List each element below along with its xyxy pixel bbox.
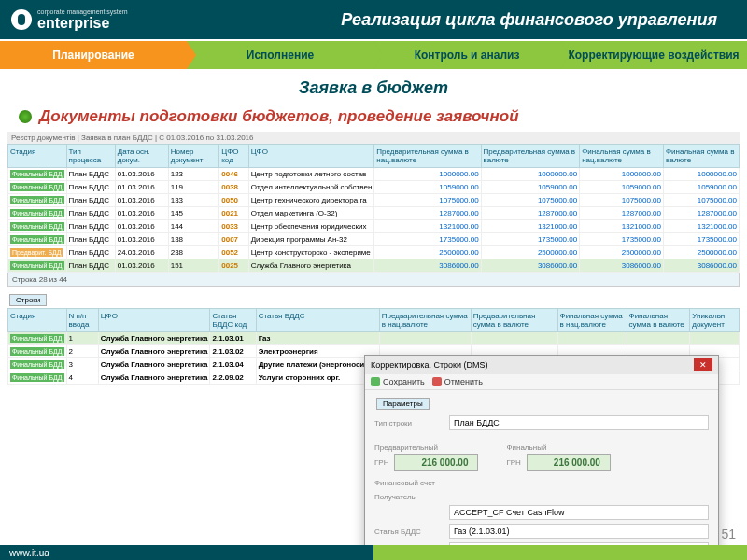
recipient-field[interactable]: ACCEPT_CF Счет CashFlow (449, 505, 709, 520)
col-header[interactable]: Стадия (8, 145, 67, 168)
logo-text: enterprise (37, 15, 128, 32)
col-header[interactable]: Предварительная сумма в валюте (481, 145, 580, 168)
page-title: Реализация цикла финансового управления (128, 10, 737, 30)
phase-tabs: Планирование Исполнение Контроль и анали… (0, 41, 747, 69)
col-header[interactable]: Тип процесса (66, 145, 115, 168)
logo: corporate management system enterprise (11, 8, 128, 32)
col-header[interactable]: Статья БДДС (256, 309, 379, 332)
table-row[interactable]: Финальный БДДПлан БДДС01.03.20161330050Ц… (8, 194, 740, 207)
documents-table[interactable]: СтадияТип процессаДата осн. докум.Номер … (7, 144, 740, 273)
fin-label: Финальный (506, 443, 610, 452)
tab-lines[interactable]: Строки (9, 294, 47, 306)
col-header[interactable]: ЦФО (248, 145, 374, 168)
col-header[interactable]: Статья БДДС код (210, 309, 256, 332)
header: corporate management system enterprise Р… (0, 0, 747, 39)
col-header[interactable]: Финальная сумма в валюте (664, 145, 740, 168)
item-field[interactable]: Газ (2.1.03.01) (449, 524, 709, 539)
page-number: 51 (721, 526, 736, 541)
table-row[interactable]: Финальный БДДПлан БДДС01.03.20161380007Д… (8, 233, 740, 246)
col-header[interactable]: N п/п ввода (66, 309, 98, 332)
edit-dialog: Корректировка. Строки (DMS) ✕ Сохранить … (364, 355, 719, 560)
col-header[interactable]: Предварительная сумма в валюте (471, 309, 557, 332)
fin-amount[interactable]: 216 000.00 (527, 454, 611, 471)
col-header[interactable]: Предварительная сумма в нац.валюте (379, 309, 471, 332)
col-header[interactable]: ЦФО код (219, 145, 248, 168)
table-row[interactable]: Финальный БДДПлан БДДС01.03.20161440033Ц… (8, 220, 740, 233)
check-icon (371, 377, 380, 386)
close-icon[interactable]: ✕ (694, 358, 712, 371)
subtitle: Заявка в бюджет (0, 69, 747, 107)
dialog-title: Корректировка. Строки (DMS) (371, 360, 487, 370)
col-header[interactable]: Финальная сумма в нац.валюте (580, 145, 664, 168)
type-field[interactable]: План БДДС (449, 415, 709, 430)
status-bar: Строка 28 из 44 (7, 273, 740, 287)
tab-planning[interactable]: Планирование (0, 41, 187, 69)
cross-icon (432, 377, 442, 386)
finacc-label: Финансовый счет (374, 479, 449, 487)
table-row[interactable]: Предварит. БДДПлан БДДС24.03.20162380052… (8, 246, 740, 259)
col-header[interactable]: Дата осн. докум. (115, 145, 168, 168)
footer: www.it.ua (0, 545, 747, 560)
table-row[interactable]: Финальный БДДПлан БДДС01.03.20161230046Ц… (8, 168, 740, 181)
table-row[interactable]: Финальный БДДПлан БДДС01.03.20161510025С… (8, 259, 740, 273)
col-header[interactable]: Предварительная сумма в нац.валюте (374, 145, 481, 168)
logo-subtitle: corporate management system (37, 8, 128, 15)
tab-correction[interactable]: Корректирующие воздействия (560, 41, 747, 69)
recipient-group: Получатель (374, 493, 709, 501)
table-row[interactable]: Финальный БДД1Служба Главного энергетика… (8, 332, 740, 345)
section-header: Документы подготовки бюджетов, проведени… (0, 107, 747, 132)
tab-control[interactable]: Контроль и анализ (374, 41, 560, 69)
pre-amount[interactable]: 216 000.00 (394, 454, 478, 471)
type-label: Тип строки (374, 419, 449, 427)
tab-params[interactable]: Параметры (376, 398, 430, 410)
section-title: Документы подготовки бюджетов, проведени… (39, 107, 519, 126)
col-header[interactable]: Уникальн документ (690, 309, 740, 332)
currency-label: ГРН (506, 458, 520, 467)
col-header[interactable]: Стадия (8, 309, 67, 332)
tab-execution[interactable]: Исполнение (187, 41, 374, 69)
cancel-button[interactable]: Отменить (432, 377, 483, 386)
currency-label: ГРН (374, 458, 388, 467)
table-row[interactable]: Финальный БДДПлан БДДС01.03.20161450021О… (8, 207, 740, 220)
col-header[interactable]: Финальная сумма в нац.валюте (557, 309, 627, 332)
col-header[interactable]: ЦФО (98, 309, 210, 332)
col-header[interactable]: Финальная сумма в валюте (627, 309, 690, 332)
save-button[interactable]: Сохранить (371, 377, 425, 386)
item-label: Статья БДДС (374, 527, 449, 536)
logo-icon (11, 9, 32, 30)
col-header[interactable]: Номер документ (168, 145, 219, 168)
bullet-icon (19, 110, 32, 123)
pre-label: Предварительный (374, 443, 478, 452)
footer-url: www.it.ua (9, 548, 49, 558)
table-row[interactable]: Финальный БДДПлан БДДС01.03.20161190038О… (8, 181, 740, 194)
breadcrumb: Реєстр документів | Заявка в план БДДС |… (7, 132, 740, 144)
